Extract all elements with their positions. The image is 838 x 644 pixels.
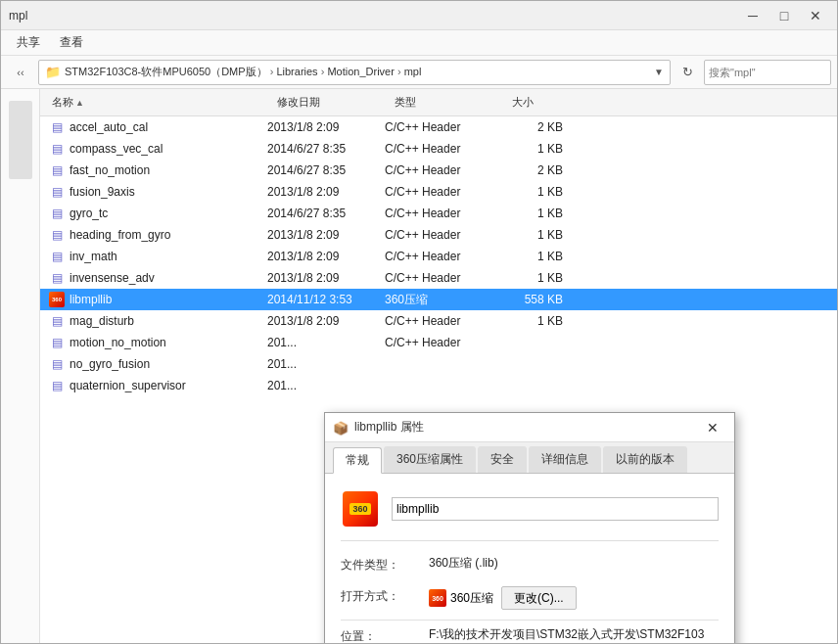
file-name-cell: ▤ quaternion_supervisor xyxy=(48,377,263,394)
maximize-button[interactable]: □ xyxy=(770,5,798,26)
file-size-cell: 1 KB xyxy=(498,314,567,328)
filename-input[interactable] xyxy=(392,497,719,521)
dialog-title-bar: 📦 libmpllib 属性 ✕ xyxy=(325,413,734,442)
menu-view[interactable]: 查看 xyxy=(52,32,91,53)
file-type-cell: C/C++ Header xyxy=(381,207,498,220)
search-box[interactable]: 🔍 xyxy=(704,60,831,85)
file-icon: ▤ xyxy=(48,269,66,287)
dialog-tab[interactable]: 安全 xyxy=(478,446,527,473)
file-date-cell: 2014/6/27 8:35 xyxy=(263,207,381,220)
file-size-cell: 2 KB xyxy=(498,120,567,134)
folder-icon: 📁 xyxy=(45,65,61,79)
dialog-tab[interactable]: 详细信息 xyxy=(529,446,601,473)
file-name-cell: ▤ heading_from_gyro xyxy=(48,226,263,244)
col-header-type[interactable]: 类型 xyxy=(391,95,508,110)
file-icon: ▤ xyxy=(48,140,66,158)
file-row[interactable]: ▤ quaternion_supervisor 201... xyxy=(40,375,837,396)
window-title: mpl xyxy=(9,9,739,23)
file-type-cell: C/C++ Header xyxy=(381,314,498,328)
address-path: STM32F103C8-软件MPU6050（DMP版） › Libraries … xyxy=(65,65,646,79)
file-name-cell: ▤ gyro_tc xyxy=(48,205,263,222)
file-date-cell: 2014/6/27 8:35 xyxy=(263,163,381,177)
location-value: F:\我的技术开发项目\STM32嵌入式开发\STM32F103 xyxy=(429,626,719,643)
col-header-date[interactable]: 修改日期 xyxy=(273,95,391,110)
file-row[interactable]: ▤ mag_disturb 2013/1/8 2:09 C/C++ Header… xyxy=(40,310,837,332)
file-type-label: 文件类型： xyxy=(341,555,429,574)
file-date-cell: 2013/1/8 2:09 xyxy=(263,314,381,328)
file-type-cell: C/C++ Header xyxy=(381,163,498,177)
dialog-tab[interactable]: 常规 xyxy=(333,447,382,474)
refresh-button[interactable]: ↻ xyxy=(675,60,700,85)
file-row[interactable]: ▤ gyro_tc 2014/6/27 8:35 C/C++ Header 1 … xyxy=(40,203,837,224)
file-icon: ▤ xyxy=(48,205,66,222)
file-name-cell: ▤ fast_no_motion xyxy=(48,161,263,179)
dialog-content: 360 文件类型： 360压缩 (.lib) 打开方式： 360 xyxy=(325,474,734,643)
minimize-button[interactable]: ─ xyxy=(739,5,767,26)
file-type-cell: C/C++ Header xyxy=(381,336,498,349)
menu-share[interactable]: 共享 xyxy=(9,32,48,53)
dialog-large-icon: 360 xyxy=(341,489,380,529)
main-area: 名称 ▲ 修改日期 类型 大小 ▤ accel_auto_cal 2013/1 xyxy=(1,89,837,643)
address-box[interactable]: 📁 STM32F103C8-软件MPU6050（DMP版） › Librarie… xyxy=(38,60,671,85)
file-name-cell: 360 libmpllib xyxy=(48,291,263,308)
file-size-cell: 1 KB xyxy=(498,207,567,220)
file-size-cell: 1 KB xyxy=(498,271,567,285)
dialog-title: libmpllib 属性 xyxy=(354,419,699,436)
file-type-cell: C/C++ Header xyxy=(381,271,498,285)
location-row: 位置： F:\我的技术开发项目\STM32嵌入式开发\STM32F103 xyxy=(341,626,719,643)
file-row[interactable]: ▤ motion_no_motion 201... C/C++ Header xyxy=(40,332,837,353)
close-button[interactable]: ✕ xyxy=(802,5,829,26)
file-row[interactable]: 360 libmpllib 2014/11/12 3:53 360压缩 558 … xyxy=(40,289,837,310)
address-bar: ‹‹ 📁 STM32F103C8-软件MPU6050（DMP版） › Libra… xyxy=(1,56,837,89)
divider xyxy=(341,620,719,621)
file-type-icon: 360 xyxy=(343,491,378,527)
properties-dialog: 📦 libmpllib 属性 ✕ 常规360压缩属性安全详细信息以前的版本 36… xyxy=(324,412,735,643)
file-icon: ▤ xyxy=(48,226,66,244)
file-date-cell: 2013/1/8 2:09 xyxy=(263,250,381,263)
file-row[interactable]: ▤ compass_vec_cal 2014/6/27 8:35 C/C++ H… xyxy=(40,138,837,160)
open-with-icon: 360 360压缩 xyxy=(429,589,493,607)
file-name-cell: ▤ invensense_adv xyxy=(48,269,263,287)
file-size-cell: 1 KB xyxy=(498,250,567,263)
file-type-value: 360压缩 (.lib) xyxy=(429,555,719,572)
file-row[interactable]: ▤ fast_no_motion 2014/6/27 8:35 C/C++ He… xyxy=(40,160,837,181)
file-row[interactable]: ▤ accel_auto_cal 2013/1/8 2:09 C/C++ Hea… xyxy=(40,116,837,138)
file-size-cell: 1 KB xyxy=(498,228,567,242)
file-date-cell: 2013/1/8 2:09 xyxy=(263,120,381,134)
file-icon: ▤ xyxy=(48,183,66,201)
dialog-tab[interactable]: 以前的版本 xyxy=(603,446,687,473)
file-list-header: 名称 ▲ 修改日期 类型 大小 xyxy=(40,89,837,116)
col-header-name[interactable]: 名称 ▲ xyxy=(48,95,273,110)
file-icon: ▤ xyxy=(48,355,66,373)
address-dropdown-icon: ▼ xyxy=(654,67,664,77)
file-row[interactable]: ▤ fusion_9axis 2013/1/8 2:09 C/C++ Heade… xyxy=(40,181,837,203)
file-row[interactable]: ▤ invensense_adv 2013/1/8 2:09 C/C++ Hea… xyxy=(40,267,837,289)
back-button[interactable]: ‹‹ xyxy=(7,60,34,85)
file-icon: ▤ xyxy=(48,161,66,179)
dialog-tab[interactable]: 360压缩属性 xyxy=(384,446,476,473)
change-button[interactable]: 更改(C)... xyxy=(501,586,577,610)
file-date-cell: 2013/1/8 2:09 xyxy=(263,228,381,242)
file-type-cell: C/C++ Header xyxy=(381,228,498,242)
file-icon: ▤ xyxy=(48,334,66,351)
file-name-cell: ▤ inv_math xyxy=(48,248,263,265)
search-input[interactable] xyxy=(709,67,838,78)
col-header-size[interactable]: 大小 xyxy=(508,95,577,110)
sort-icon: ▲ xyxy=(75,98,84,108)
file-row[interactable]: ▤ no_gyro_fusion 201... xyxy=(40,353,837,375)
file-type-cell: C/C++ Header xyxy=(381,185,498,199)
file-icon: ▤ xyxy=(48,118,66,136)
file-type-cell: C/C++ Header xyxy=(381,250,498,263)
menu-bar: 共享 查看 xyxy=(1,30,837,56)
sidebar-item xyxy=(9,101,32,179)
file-date-cell: 2014/6/27 8:35 xyxy=(263,142,381,156)
file-row[interactable]: ▤ heading_from_gyro 2013/1/8 2:09 C/C++ … xyxy=(40,224,837,246)
file-icon: 360 xyxy=(48,291,66,308)
file-type-cell: C/C++ Header xyxy=(381,120,498,134)
file-date-cell: 2014/11/12 3:53 xyxy=(263,293,381,306)
dialog-close-button[interactable]: ✕ xyxy=(699,417,726,438)
file-row[interactable]: ▤ inv_math 2013/1/8 2:09 C/C++ Header 1 … xyxy=(40,246,837,267)
location-label: 位置： xyxy=(341,626,429,643)
file-icon: ▤ xyxy=(48,377,66,394)
file-size-cell: 1 KB xyxy=(498,185,567,199)
